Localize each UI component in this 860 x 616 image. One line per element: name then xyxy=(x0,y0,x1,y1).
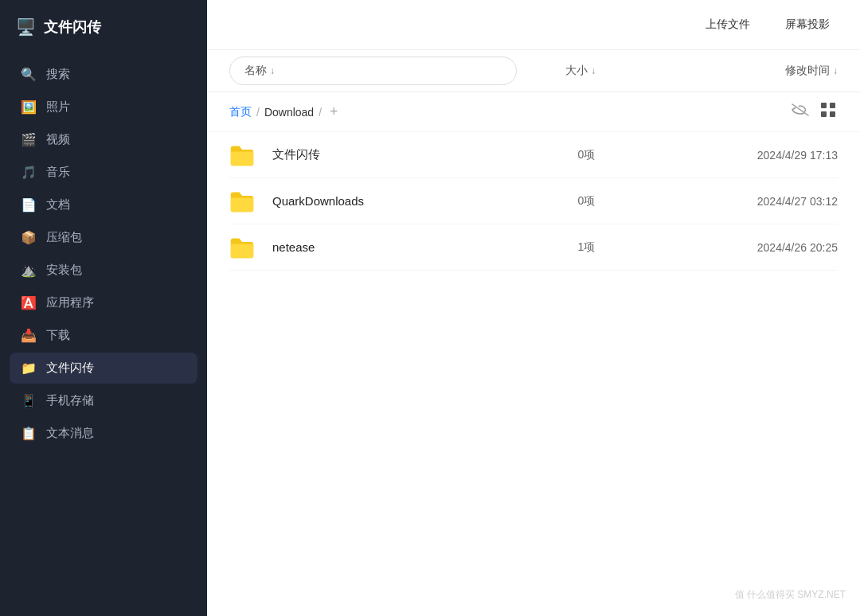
size-sort-arrow: ↓ xyxy=(591,65,596,76)
sidebar-item-archive[interactable]: 📦压缩包 xyxy=(10,222,197,253)
svg-rect-1 xyxy=(830,103,835,108)
breadcrumb-current: Download xyxy=(264,106,314,119)
flashtrans-icon: 📁 xyxy=(21,361,37,376)
apps-icon: 🅰️ xyxy=(21,295,37,310)
sidebar-item-video[interactable]: 🎬视频 xyxy=(10,124,197,155)
col-header-size[interactable]: 大小 ↓ xyxy=(517,54,645,88)
sidebar-item-label-video: 视频 xyxy=(46,132,70,147)
main-content: 上传文件 屏幕投影 名称 ↓ 大小 ↓ 修改时间 ↓ 首页 / Download… xyxy=(207,0,860,616)
sidebar-item-label-download: 下载 xyxy=(46,328,70,343)
sidebar-item-sms[interactable]: 📋文本消息 xyxy=(10,418,197,449)
table-row[interactable]: QuarkDownloads0项2024/4/27 03:12 xyxy=(229,178,838,224)
col-header-date[interactable]: 修改时间 ↓ xyxy=(645,54,838,88)
hide-icon[interactable] xyxy=(790,102,811,122)
file-name: QuarkDownloads xyxy=(268,194,524,208)
sidebar-item-label-music: 音乐 xyxy=(46,165,70,180)
screen-cast-button[interactable]: 屏幕投影 xyxy=(777,13,838,37)
app-title: 文件闪传 xyxy=(44,18,101,37)
folder-icon xyxy=(229,144,255,166)
name-sort-arrow: ↓ xyxy=(270,65,275,76)
file-date: 2024/4/26 20:25 xyxy=(649,241,838,254)
photos-icon: 🖼️ xyxy=(21,99,37,115)
breadcrumb: 首页 / Download / + xyxy=(229,103,342,120)
breadcrumb-sep2: / xyxy=(319,106,322,119)
sidebar-item-label-archive: 压缩包 xyxy=(46,230,82,245)
sidebar-item-photos[interactable]: 🖼️照片 xyxy=(10,92,197,123)
installer-icon: ⛰️ xyxy=(21,263,37,278)
table-row[interactable]: 文件闪传0项2024/4/29 17:13 xyxy=(229,132,838,178)
svg-rect-0 xyxy=(821,103,827,108)
table-row[interactable]: netease1项2024/4/26 20:25 xyxy=(229,224,838,271)
svg-rect-2 xyxy=(821,111,827,117)
file-date: 2024/4/29 17:13 xyxy=(649,149,838,162)
video-icon: 🎬 xyxy=(21,132,37,147)
folder-icon xyxy=(229,190,255,212)
svg-rect-3 xyxy=(830,111,835,117)
music-icon: 🎵 xyxy=(21,165,37,180)
folder-icon-cell xyxy=(229,190,268,212)
sidebar-item-flashtrans[interactable]: 📁文件闪传 xyxy=(10,353,197,384)
sidebar-item-docs[interactable]: 📄文档 xyxy=(10,189,197,220)
col-header-name[interactable]: 名称 ↓ xyxy=(229,57,517,85)
sidebar-item-label-sms: 文本消息 xyxy=(46,426,94,441)
sidebar-item-label-installer: 安装包 xyxy=(46,263,82,278)
grid-view-icon[interactable] xyxy=(819,100,838,123)
file-size: 0项 xyxy=(524,148,650,162)
file-date: 2024/4/27 03:12 xyxy=(649,195,838,208)
sidebar-item-phone[interactable]: 📱手机存储 xyxy=(10,385,197,416)
file-size: 0项 xyxy=(524,194,650,209)
app-header: 🖥️ 文件闪传 xyxy=(0,0,207,53)
file-name: netease xyxy=(268,240,524,254)
upload-button[interactable]: 上传文件 xyxy=(698,13,758,37)
add-folder-button[interactable]: + xyxy=(326,103,342,120)
folder-icon-cell xyxy=(229,236,268,259)
sidebar-item-label-search: 搜索 xyxy=(46,67,70,82)
app-icon: 🖥️ xyxy=(16,18,36,37)
sidebar: 🖥️ 文件闪传 🔍搜索🖼️照片🎬视频🎵音乐📄文档📦压缩包⛰️安装包🅰️应用程序📥… xyxy=(0,0,207,616)
column-headers: 名称 ↓ 大小 ↓ 修改时间 ↓ xyxy=(207,50,860,92)
topbar: 上传文件 屏幕投影 xyxy=(207,0,860,50)
folder-icon xyxy=(229,236,255,259)
docs-icon: 📄 xyxy=(21,197,37,212)
file-name: 文件闪传 xyxy=(268,147,524,162)
sidebar-item-label-flashtrans: 文件闪传 xyxy=(46,361,94,376)
sidebar-item-search[interactable]: 🔍搜索 xyxy=(10,59,197,90)
sidebar-item-label-photos: 照片 xyxy=(46,99,70,115)
sms-icon: 📋 xyxy=(21,426,37,441)
view-controls xyxy=(790,100,838,123)
date-sort-arrow: ↓ xyxy=(833,65,838,76)
file-list: 文件闪传0项2024/4/29 17:13 QuarkDownloads0项20… xyxy=(207,132,860,616)
archive-icon: 📦 xyxy=(21,230,37,245)
breadcrumb-home[interactable]: 首页 xyxy=(229,105,252,119)
folder-icon-cell xyxy=(229,144,268,166)
file-size: 1项 xyxy=(524,240,650,255)
download-icon: 📥 xyxy=(21,328,37,343)
breadcrumb-bar: 首页 / Download / + xyxy=(207,92,860,132)
sidebar-item-music[interactable]: 🎵音乐 xyxy=(10,157,197,188)
sidebar-item-label-phone: 手机存储 xyxy=(46,393,94,408)
sidebar-item-apps[interactable]: 🅰️应用程序 xyxy=(10,287,197,318)
sidebar-item-label-apps: 应用程序 xyxy=(46,295,94,310)
sidebar-nav: 🔍搜索🖼️照片🎬视频🎵音乐📄文档📦压缩包⛰️安装包🅰️应用程序📥下载📁文件闪传📱… xyxy=(0,53,207,616)
sidebar-item-installer[interactable]: ⛰️安装包 xyxy=(10,255,197,286)
sidebar-item-download[interactable]: 📥下载 xyxy=(10,320,197,351)
sidebar-item-label-docs: 文档 xyxy=(46,197,70,212)
breadcrumb-sep1: / xyxy=(256,106,260,119)
phone-icon: 📱 xyxy=(21,393,37,408)
search-icon: 🔍 xyxy=(21,67,37,82)
